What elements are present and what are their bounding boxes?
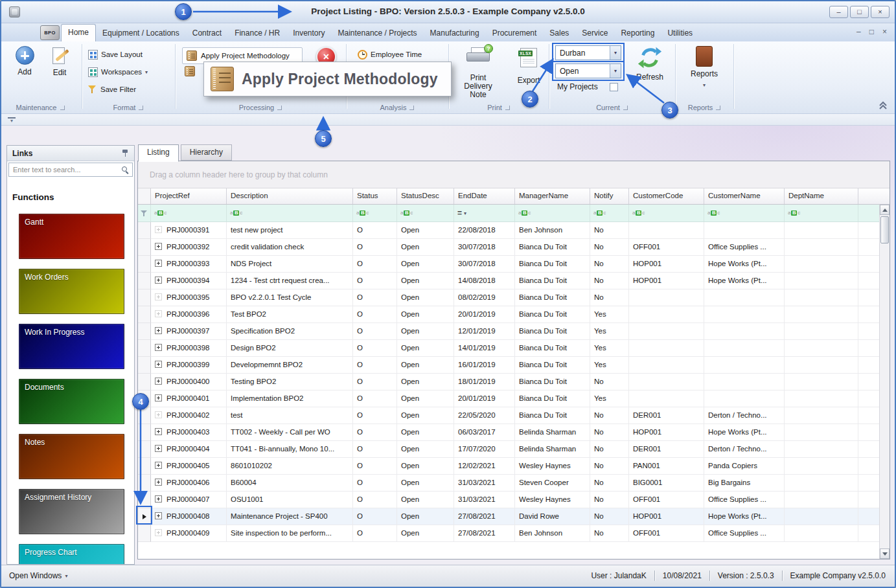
table-row[interactable]: PRJ0000395BPO v2.2.0.1 Test CycleOOpen08… <box>138 289 890 306</box>
tab-contract[interactable]: Contract <box>186 25 228 41</box>
tab-inventory[interactable]: Inventory <box>286 25 331 41</box>
expand-icon[interactable] <box>155 445 162 452</box>
tab-equipment-locations[interactable]: Equipment / Locations <box>96 25 186 41</box>
filter-cell-managername[interactable]: aBc <box>515 205 590 221</box>
table-row[interactable]: PRJ0000391test new projectOOpen22/08/201… <box>138 222 890 239</box>
column-header-statusdesc[interactable]: StatusDesc <box>397 188 454 204</box>
column-header-notify[interactable]: Notify <box>590 188 629 204</box>
expand-icon[interactable] <box>155 394 162 401</box>
table-row[interactable]: PRJ0000402testOOpen22/05/2020Bianca Du T… <box>138 407 890 424</box>
expand-icon[interactable] <box>155 310 162 317</box>
table-row[interactable]: PRJ0000404TT041 - Bi-annually, Mono 10..… <box>138 441 890 458</box>
expand-icon[interactable] <box>155 495 162 503</box>
close-button[interactable]: × <box>871 6 890 18</box>
expand-icon[interactable] <box>155 260 162 267</box>
tab-manufacturing[interactable]: Manufacturing <box>424 25 486 41</box>
employee-time-button[interactable]: Employee Time <box>358 48 422 61</box>
function-gantt[interactable]: Gantt <box>19 214 124 259</box>
function-notes[interactable]: Notes <box>19 434 124 479</box>
column-header-projectref[interactable]: ProjectRef <box>151 188 227 204</box>
filter-cell-notify[interactable]: aBc <box>590 205 629 221</box>
table-row[interactable]: PRJ0000400Testing BPO2OOpen18/01/2019Bia… <box>138 374 890 390</box>
table-row[interactable]: PRJ0000408Maintenance Project - SP400OOp… <box>138 508 890 525</box>
mdi-close-icon[interactable]: × <box>882 27 887 36</box>
column-header-description[interactable]: Description <box>227 188 353 204</box>
dropdown-arrow-icon[interactable]: ▾ <box>610 64 621 78</box>
ribbon-expand-bar[interactable]: ▾ <box>1 114 895 126</box>
expand-icon[interactable] <box>155 462 162 469</box>
save-layout-button[interactable]: Save Layout <box>88 48 143 61</box>
minimize-button[interactable]: – <box>829 6 848 18</box>
tab-home[interactable]: Home <box>61 24 96 41</box>
vertical-scrollbar[interactable] <box>879 205 890 559</box>
table-row[interactable]: PRJ0000401Implementation BPO2OOpen20/01/… <box>138 390 890 407</box>
expand-icon[interactable] <box>155 479 162 486</box>
tab-reporting[interactable]: Reporting <box>614 25 661 41</box>
export-button[interactable]: XLSX Export <box>512 48 546 85</box>
filter-cell-deptname[interactable]: aBc <box>785 205 858 221</box>
tab-utilities[interactable]: Utilities <box>661 25 699 41</box>
maximize-button[interactable]: □ <box>850 6 869 18</box>
workspaces-button[interactable]: Workspaces ▾ <box>88 65 148 78</box>
add-button[interactable]: Add <box>9 46 40 76</box>
column-header-enddate[interactable]: EndDate <box>454 188 515 204</box>
table-row[interactable]: PRJ0000396Test BPO2OOpen20/01/2019Bianca… <box>138 306 890 323</box>
expand-icon[interactable] <box>155 327 162 334</box>
search-input[interactable] <box>8 163 133 177</box>
table-row[interactable]: PRJ0000393NDS ProjectOOpen30/07/2018Bian… <box>138 256 890 273</box>
view-tab-listing[interactable]: Listing <box>138 144 179 162</box>
function-work-orders[interactable]: Work Orders <box>19 269 124 314</box>
table-row[interactable]: PRJ0000406B60004OOpen31/03/2021Steven Co… <box>138 475 890 492</box>
expand-icon[interactable] <box>155 361 162 368</box>
filter-cell-status[interactable]: aBc <box>353 205 397 221</box>
table-row[interactable]: PRJ0000397Specification BPO2OOpen12/01/2… <box>138 323 890 340</box>
column-header-status[interactable]: Status <box>353 188 397 204</box>
my-projects-checkbox[interactable] <box>610 83 618 91</box>
function-assignment-history[interactable]: Assignment History <box>19 489 124 534</box>
table-row[interactable]: PRJ00004058601010202OOpen12/02/2021Wesle… <box>138 458 890 475</box>
expand-icon[interactable] <box>155 344 162 351</box>
collapse-ribbon-icon[interactable] <box>877 100 889 110</box>
expand-icon[interactable] <box>155 512 162 519</box>
table-row[interactable]: PRJ0000399Developmemnt BPO2OOpen16/01/20… <box>138 357 890 374</box>
function-work-in-progress[interactable]: Work In Progress <box>19 324 124 369</box>
scroll-up-icon[interactable] <box>880 205 890 215</box>
scroll-down-icon[interactable] <box>880 548 890 559</box>
expand-icon[interactable] <box>155 529 162 536</box>
filter-cell-enddate[interactable]: =▾ <box>454 205 515 221</box>
mdi-restore-icon[interactable]: □ <box>869 27 874 36</box>
application-menu-button[interactable]: BPO <box>40 25 60 40</box>
tab-service[interactable]: Service <box>575 25 614 41</box>
table-row[interactable]: PRJ0000392credit validation checkOOpen30… <box>138 239 890 256</box>
function-documents[interactable]: Documents <box>19 379 124 424</box>
column-header-managername[interactable]: ManagerName <box>515 188 590 204</box>
save-filter-button[interactable]: Save Filter <box>88 83 136 96</box>
refresh-button[interactable]: Refresh <box>632 45 667 82</box>
expand-icon[interactable] <box>155 226 162 233</box>
scrollbar-thumb[interactable] <box>880 216 889 243</box>
open-windows-button[interactable]: Open Windows ▾ <box>9 571 67 580</box>
table-row[interactable]: PRJ00003941234 - Test ctrt request crea.… <box>138 273 890 289</box>
column-header-customercode[interactable]: CustomerCode <box>629 188 704 204</box>
function-progress-chart[interactable]: Progress Chart <box>19 544 124 565</box>
tab-maintenance-projects[interactable]: Maintenance / Projects <box>332 25 424 41</box>
status-combobox[interactable]: Open ▾ <box>555 63 621 78</box>
tab-finance-hr[interactable]: Finance / HR <box>228 25 286 41</box>
table-row[interactable]: PRJ0000409Site inspection to be perform.… <box>138 525 890 542</box>
filter-cell-customername[interactable]: aBc <box>704 205 785 221</box>
expand-icon[interactable] <box>155 428 162 435</box>
expand-icon[interactable] <box>155 378 162 385</box>
expand-icon[interactable] <box>155 411 162 418</box>
expand-icon[interactable] <box>155 243 162 250</box>
expand-icon[interactable] <box>155 277 162 284</box>
edit-button[interactable]: Edit <box>44 46 75 77</box>
site-combobox[interactable]: Durban ▾ <box>555 45 621 60</box>
column-header-deptname[interactable]: DeptName <box>785 188 858 204</box>
dropdown-arrow-icon[interactable]: ▾ <box>610 46 621 60</box>
filter-cell-projectref[interactable]: aBc <box>151 205 227 221</box>
filter-cell-statusdesc[interactable]: aBc <box>397 205 454 221</box>
view-tab-hierarchy[interactable]: Hierarchy <box>181 144 232 161</box>
pin-icon[interactable] <box>121 149 129 157</box>
mdi-minimize-icon[interactable]: – <box>856 27 861 36</box>
column-header-customername[interactable]: CustomerName <box>704 188 785 204</box>
